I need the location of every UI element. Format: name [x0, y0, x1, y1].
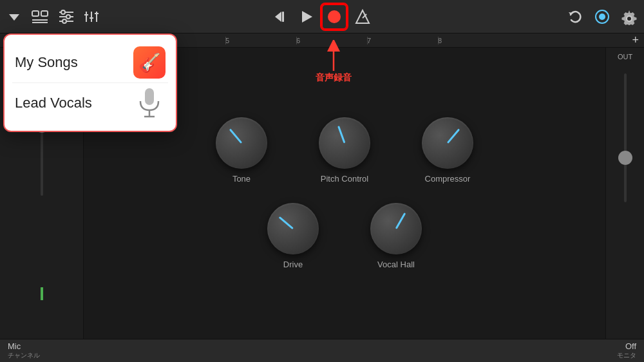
compressor-knob[interactable] — [422, 117, 473, 169]
knobs-row-1: Tone Pitch Control Compressor — [216, 117, 473, 184]
vocal-hall-label: Vocal Hall — [377, 260, 415, 269]
out-fader-thumb[interactable] — [618, 151, 632, 165]
tuner-icon[interactable] — [354, 8, 372, 26]
compressor-indicator — [447, 129, 460, 144]
compressor-knob-container: Compressor — [422, 117, 473, 184]
pitch-control-label: Pitch Control — [321, 174, 368, 184]
tempo-icon[interactable] — [594, 8, 611, 25]
vocal-hall-indicator — [395, 213, 406, 229]
drive-knob-container: Drive — [267, 203, 319, 269]
popup-my-songs[interactable]: My Songs 🎸 — [12, 43, 168, 82]
svg-rect-18 — [282, 12, 284, 22]
guitar-icon: 🎸 — [133, 46, 166, 79]
rewind-button[interactable] — [272, 8, 290, 26]
mixer-icon[interactable] — [58, 10, 75, 24]
vocal-hall-knob[interactable] — [370, 203, 422, 254]
toolbar-center — [272, 4, 372, 30]
svg-marker-0 — [9, 14, 19, 21]
tracks-icon[interactable] — [31, 10, 49, 24]
drive-indicator — [279, 216, 294, 229]
popup-my-songs-label: My Songs — [15, 54, 78, 71]
popup-menu: My Songs 🎸 Lead Vocals — [3, 33, 177, 132]
ruler-mark-7: 7 — [367, 37, 438, 44]
svg-point-24 — [599, 14, 605, 20]
play-button[interactable] — [297, 8, 315, 26]
microphone-icon — [133, 87, 166, 119]
knobs-row-2: Drive Vocal Hall — [267, 203, 422, 269]
level-indicator — [41, 287, 43, 300]
channel-sub-label: チャンネル — [8, 351, 40, 360]
popup-lead-vocals-label: Lead Vocals — [15, 95, 92, 111]
pitch-control-knob-container: Pitch Control — [319, 117, 370, 184]
out-strip: OUT — [605, 48, 644, 339]
compressor-label: Compressor — [425, 174, 471, 184]
tone-knob-container: Tone — [216, 117, 267, 184]
out-label: OUT — [618, 53, 632, 61]
tone-label: Tone — [232, 174, 251, 184]
bottom-left: Mic チャンネル — [8, 341, 40, 360]
out-fader-track — [624, 73, 627, 202]
toolbar-right — [567, 8, 638, 25]
dropdown-icon[interactable] — [6, 9, 22, 24]
bottom-right: Off モニタ — [617, 341, 636, 360]
channel-name: Mic — [8, 341, 21, 351]
ruler-mark-6: 6 — [296, 37, 367, 44]
svg-point-20 — [328, 10, 341, 23]
tone-knob-indicator — [229, 129, 242, 144]
add-track-button[interactable]: + — [627, 33, 644, 47]
monitor-state: Off — [617, 341, 636, 351]
svg-rect-2 — [41, 11, 48, 16]
undo-button[interactable] — [567, 8, 583, 25]
tone-knob[interactable] — [216, 117, 267, 169]
svg-rect-26 — [145, 88, 154, 105]
toolbar — [0, 0, 644, 33]
drive-label: Drive — [283, 260, 303, 269]
svg-point-10 — [62, 19, 66, 23]
eq-icon[interactable] — [84, 10, 99, 24]
svg-marker-21 — [356, 10, 369, 23]
svg-point-9 — [66, 15, 70, 19]
drive-knob[interactable] — [267, 203, 319, 254]
pitch-control-indicator — [337, 126, 345, 143]
bottom-bar: Mic チャンネル Off モニタ — [0, 339, 644, 362]
svg-point-8 — [61, 10, 65, 14]
monitor-label: モニタ — [617, 351, 636, 360]
svg-marker-17 — [275, 12, 281, 22]
ruler-mark-8: 8 — [438, 37, 509, 44]
svg-marker-19 — [302, 11, 312, 23]
svg-rect-1 — [32, 11, 39, 16]
ruler-mark-5: 5 — [225, 37, 296, 44]
record-button[interactable] — [321, 4, 347, 30]
popup-lead-vocals[interactable]: Lead Vocals — [12, 82, 168, 123]
pitch-control-knob[interactable] — [319, 117, 370, 169]
svg-point-25 — [627, 16, 632, 21]
settings-icon[interactable] — [621, 8, 638, 25]
vocal-hall-knob-container: Vocal Hall — [370, 203, 422, 269]
